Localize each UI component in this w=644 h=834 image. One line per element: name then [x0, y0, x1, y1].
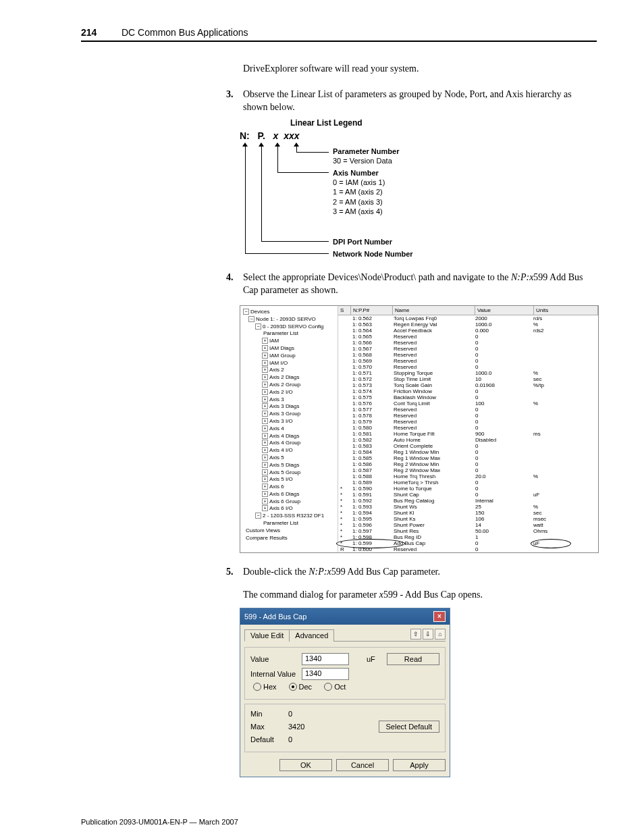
tree-item[interactable]: +Axis 2 Diags — [242, 374, 336, 382]
tree-item[interactable]: +Axis 2 Group — [242, 382, 336, 389]
down-arrow-icon[interactable]: ⇩ — [423, 629, 433, 640]
device-tree[interactable]: −Devices −Node 1: - 2093D SERVO −0 - 209… — [240, 306, 338, 552]
tree-item[interactable]: +Axis 5 — [242, 454, 336, 462]
tree-item[interactable]: +Axis 6 I/O — [242, 505, 336, 513]
list-row[interactable]: 1: 0.577Reserved0 — [338, 407, 598, 413]
list-row[interactable]: 1: 0.581Home Torque Filt900ms — [338, 431, 598, 437]
list-row[interactable]: 1: 0.571Stopping Torque1000.0% — [338, 370, 598, 376]
expand-icon[interactable]: + — [262, 425, 268, 432]
col-value[interactable]: Value — [475, 306, 534, 315]
list-row[interactable]: 1: 0.565Reserved0 — [338, 334, 598, 340]
tree-item[interactable]: +Axis 3 I/O — [242, 418, 336, 425]
list-row[interactable]: 1: 0.583Orient Complete0 — [338, 443, 598, 449]
tree-item[interactable]: +IAM I/O — [242, 360, 336, 367]
tree-node[interactable]: −Node 1: - 2093D SERVO — [242, 316, 336, 323]
tree-item[interactable]: +Axis 5 Group — [242, 469, 336, 477]
close-icon[interactable]: × — [433, 611, 446, 622]
list-row[interactable]: 1: 0.574Friction Window0 — [338, 388, 598, 394]
tree-item[interactable]: Custom Views — [242, 527, 336, 535]
list-row[interactable]: 1: 0.562Torq Lowpas Frq02000rd/s — [338, 315, 598, 321]
expand-icon[interactable]: + — [262, 433, 268, 439]
tree-item[interactable]: +Axis 4 Diags — [242, 433, 336, 440]
tree-item[interactable]: +Axis 5 I/O — [242, 476, 336, 484]
tab-value-edit[interactable]: Value Edit — [244, 629, 290, 642]
list-row[interactable]: 1: 0.563Regen Energy Val1000.0% — [338, 321, 598, 328]
ok-button[interactable]: OK — [279, 759, 332, 771]
list-row[interactable]: 1: 0.588Home Trq Thresh20.0% — [338, 473, 598, 479]
expand-icon[interactable]: + — [262, 338, 268, 344]
list-row[interactable]: 1: 0.576Cont Torq Limit100% — [338, 400, 598, 407]
collapse-icon[interactable]: − — [243, 309, 249, 315]
list-body[interactable]: 1: 0.562Torq Lowpas Frq02000rd/s1: 0.563… — [338, 315, 598, 552]
expand-icon[interactable]: + — [262, 469, 268, 475]
list-row[interactable]: 1: 0.566Reserved0 — [338, 340, 598, 346]
list-row[interactable]: 1: 0.587Reg 2 Window Max0 — [338, 467, 598, 473]
collapse-icon[interactable]: − — [248, 316, 254, 322]
collapse-icon[interactable]: − — [255, 513, 261, 519]
tree-item[interactable]: +Axis 2 — [242, 367, 336, 374]
tree-item[interactable]: +Axis 4 — [242, 425, 336, 433]
list-row[interactable]: *1: 0.595Shunt Ks106msec — [338, 516, 598, 522]
tree-root[interactable]: −Devices — [242, 309, 336, 316]
tab-advanced[interactable]: Advanced — [289, 629, 334, 642]
list-row[interactable]: *1: 0.598Bus Reg ID1 — [338, 534, 598, 540]
tree-item[interactable]: Parameter List — [242, 520, 336, 527]
list-row[interactable]: 1: 0.580Reserved0 — [338, 425, 598, 431]
read-button[interactable]: Read — [387, 653, 439, 665]
up-arrow-icon[interactable]: ⇧ — [410, 629, 421, 640]
list-row[interactable]: 1: 0.564Accel Feedback0.000rds2 — [338, 328, 598, 334]
col-name[interactable]: Name — [393, 306, 475, 315]
expand-icon[interactable]: + — [262, 382, 268, 388]
expand-icon[interactable]: + — [262, 360, 268, 366]
list-row[interactable]: *1: 0.594Shunt Kl150sec — [338, 510, 598, 516]
expand-icon[interactable]: + — [262, 389, 268, 395]
list-row[interactable]: 1: 0.567Reserved0 — [338, 346, 598, 352]
apply-button[interactable]: Apply — [393, 759, 446, 771]
list-row[interactable]: R1: 0.600Reserved0 — [338, 546, 598, 552]
list-row[interactable]: 1: 0.586Reg 2 Window Min0 — [338, 461, 598, 467]
list-row[interactable]: 1: 0.579Reserved0 — [338, 419, 598, 425]
radio-oct[interactable]: Oct — [324, 683, 346, 691]
expand-icon[interactable]: + — [262, 498, 268, 504]
tree-item[interactable]: +Axis 3 Group — [242, 411, 336, 418]
list-row[interactable]: *1: 0.591Shunt Cap0uF — [338, 492, 598, 498]
list-row[interactable]: 1: 0.568Reserved0 — [338, 352, 598, 358]
tree-item[interactable]: +Axis 5 Diags — [242, 462, 336, 469]
list-row[interactable]: *1: 0.596Shunt Power14watt — [338, 522, 598, 528]
expand-icon[interactable]: + — [262, 411, 268, 417]
radio-hex[interactable]: Hex — [253, 683, 277, 691]
tree-item[interactable]: Parameter List — [242, 330, 336, 338]
expand-icon[interactable]: + — [262, 396, 268, 402]
expand-icon[interactable]: + — [262, 505, 268, 511]
list-row[interactable]: 1: 0.570Reserved0 — [338, 364, 598, 370]
tree-item[interactable]: +Axis 6 Group — [242, 498, 336, 506]
tree-item[interactable]: +Axis 3 — [242, 396, 336, 404]
cancel-button[interactable]: Cancel — [336, 759, 389, 771]
list-row[interactable]: 1: 0.573Torq Scale Gain0.01908%/tp — [338, 382, 598, 388]
list-row[interactable]: *1: 0.593Shunt Ws25% — [338, 504, 598, 510]
tree-node[interactable]: −2 - 1203-SSS R3232 DF1 — [242, 513, 336, 520]
list-row[interactable]: *1: 0.599Add Bus Cap0uF — [338, 540, 598, 546]
expand-icon[interactable]: + — [262, 418, 268, 424]
expand-icon[interactable]: + — [262, 374, 268, 380]
expand-icon[interactable]: + — [262, 403, 268, 409]
radio-dec[interactable]: Dec — [289, 683, 313, 691]
list-row[interactable]: 1: 0.575Backlash Window0 — [338, 394, 598, 400]
expand-icon[interactable]: + — [262, 491, 268, 497]
col-npp[interactable]: N:P.P# — [351, 306, 393, 315]
tree-item[interactable]: +IAM Group — [242, 353, 336, 360]
lock-icon[interactable]: ⌂ — [435, 629, 446, 640]
list-row[interactable]: *1: 0.592Bus Reg CatalogInternal — [338, 498, 598, 504]
expand-icon[interactable]: + — [262, 367, 268, 373]
expand-icon[interactable]: + — [262, 345, 268, 351]
tree-node[interactable]: −0 - 2093D SERVO Config — [242, 323, 336, 331]
list-row[interactable]: 1: 0.582Auto HomeDisabled — [338, 437, 598, 443]
list-row[interactable]: 1: 0.572Stop Time Limit10sec — [338, 376, 598, 382]
list-row[interactable]: *1: 0.597Shunt Res50.00Ohms — [338, 528, 598, 534]
expand-icon[interactable]: + — [262, 484, 268, 490]
tree-item[interactable]: +IAM — [242, 338, 336, 345]
tree-item[interactable]: +Axis 4 I/O — [242, 447, 336, 454]
tree-item[interactable]: Compare Results — [242, 535, 336, 542]
internal-value-input[interactable]: 1340 — [302, 668, 349, 680]
select-default-button[interactable]: Select Default — [379, 721, 439, 733]
